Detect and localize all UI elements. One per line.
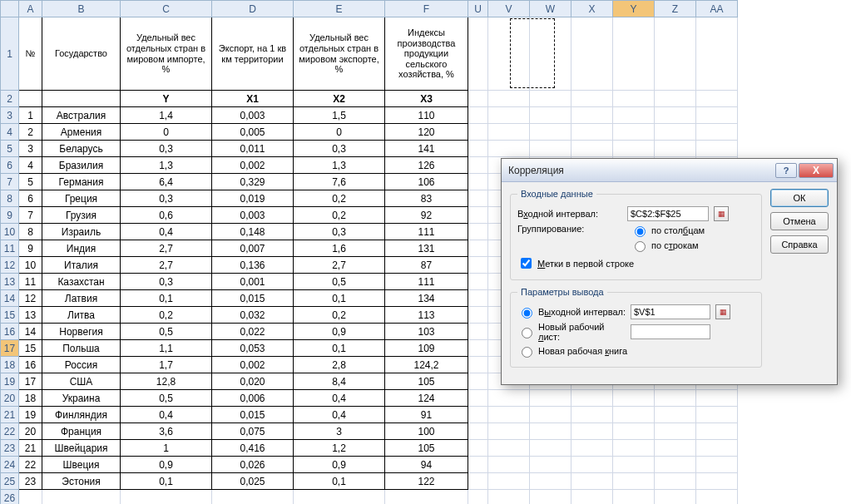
data-cell[interactable]: 0 xyxy=(121,124,212,141)
cell[interactable] xyxy=(530,457,571,473)
data-cell[interactable]: 0,2 xyxy=(294,307,385,324)
data-cell[interactable]: 0,1 xyxy=(121,473,212,490)
cell[interactable] xyxy=(613,124,655,141)
cell[interactable] xyxy=(530,107,571,124)
data-cell[interactable]: Германия xyxy=(42,174,121,190)
cell[interactable] xyxy=(468,324,488,340)
data-cell[interactable]: 12,8 xyxy=(121,373,212,390)
row-header-8[interactable]: 8 xyxy=(1,190,19,207)
cell[interactable] xyxy=(488,440,530,457)
cell[interactable] xyxy=(488,473,530,490)
data-cell[interactable]: 20 xyxy=(19,423,42,440)
column-header-AA[interactable]: AA xyxy=(696,1,738,17)
data-cell[interactable]: 0,4 xyxy=(121,224,212,240)
data-cell[interactable]: 21 xyxy=(19,440,42,457)
variable-label-cell[interactable]: X1 xyxy=(212,91,294,107)
output-range-radio[interactable]: Выходной интервал: xyxy=(517,305,626,319)
cell[interactable] xyxy=(42,490,121,505)
row-header-7[interactable]: 7 xyxy=(1,174,19,190)
ok-button[interactable]: ОК xyxy=(770,189,829,207)
cell[interactable] xyxy=(530,440,571,457)
data-cell[interactable]: 109 xyxy=(385,340,468,357)
data-cell[interactable]: 1,3 xyxy=(121,157,212,174)
cell[interactable] xyxy=(468,373,488,390)
data-cell[interactable]: 1,5 xyxy=(294,107,385,124)
data-cell[interactable]: 0,329 xyxy=(212,174,294,190)
cell[interactable] xyxy=(655,390,696,407)
help-icon[interactable]: ? xyxy=(775,163,797,178)
data-cell[interactable]: 105 xyxy=(385,440,468,457)
data-cell[interactable]: 0,006 xyxy=(212,390,294,407)
data-cell[interactable]: 141 xyxy=(385,141,468,157)
column-header-U[interactable]: U xyxy=(468,1,488,17)
cell[interactable] xyxy=(530,407,571,423)
data-cell[interactable]: 0,9 xyxy=(121,457,212,473)
data-cell[interactable]: 0,022 xyxy=(212,324,294,340)
data-cell[interactable]: 0,015 xyxy=(212,407,294,423)
data-cell[interactable]: 0,005 xyxy=(212,124,294,141)
cell[interactable] xyxy=(696,91,738,107)
cell[interactable] xyxy=(42,91,121,107)
data-cell[interactable]: Индия xyxy=(42,240,121,257)
data-cell[interactable]: 83 xyxy=(385,190,468,207)
data-cell[interactable]: 0,1 xyxy=(121,290,212,307)
row-header-22[interactable]: 22 xyxy=(1,423,19,440)
cell[interactable] xyxy=(696,490,738,505)
data-cell[interactable]: 15 xyxy=(19,340,42,357)
data-cell[interactable]: 122 xyxy=(385,473,468,490)
data-cell[interactable]: 0,075 xyxy=(212,423,294,440)
data-cell[interactable]: 0,011 xyxy=(212,141,294,157)
table-header-cell[interactable]: Удельный вес отдельных стран в мировом э… xyxy=(294,17,385,91)
data-cell[interactable]: 12 xyxy=(19,290,42,307)
row-header-25[interactable]: 25 xyxy=(1,473,19,490)
data-cell[interactable]: Бразилия xyxy=(42,157,121,174)
data-cell[interactable]: 0,9 xyxy=(294,324,385,340)
cell[interactable] xyxy=(696,423,738,440)
cell[interactable] xyxy=(468,124,488,141)
cell[interactable] xyxy=(696,390,738,407)
cell[interactable] xyxy=(530,473,571,490)
cell[interactable] xyxy=(696,124,738,141)
cell[interactable] xyxy=(613,440,655,457)
data-cell[interactable]: 0,3 xyxy=(121,141,212,157)
data-cell[interactable]: 0,003 xyxy=(212,107,294,124)
data-cell[interactable]: 5 xyxy=(19,174,42,190)
cell[interactable] xyxy=(468,357,488,373)
cell[interactable] xyxy=(655,124,696,141)
data-cell[interactable]: 1,4 xyxy=(121,107,212,124)
cell[interactable] xyxy=(212,490,294,505)
data-cell[interactable]: Польша xyxy=(42,340,121,357)
data-cell[interactable]: 134 xyxy=(385,290,468,307)
data-cell[interactable]: 103 xyxy=(385,324,468,340)
cell[interactable] xyxy=(468,290,488,307)
cell[interactable] xyxy=(571,107,613,124)
data-cell[interactable]: 124 xyxy=(385,390,468,407)
cell[interactable] xyxy=(19,490,42,505)
data-cell[interactable]: Швейцария xyxy=(42,440,121,457)
data-cell[interactable]: 0,2 xyxy=(294,207,385,224)
cell[interactable] xyxy=(468,141,488,157)
data-cell[interactable]: 14 xyxy=(19,324,42,340)
cell[interactable] xyxy=(696,407,738,423)
data-cell[interactable]: 2,7 xyxy=(121,257,212,274)
cell[interactable] xyxy=(571,91,613,107)
data-cell[interactable]: 9 xyxy=(19,240,42,257)
data-cell[interactable]: 7,6 xyxy=(294,174,385,190)
data-cell[interactable]: 0,5 xyxy=(294,274,385,290)
data-cell[interactable]: 0,003 xyxy=(212,207,294,224)
cell[interactable] xyxy=(468,307,488,324)
cancel-button[interactable]: Отмена xyxy=(770,212,829,230)
row-header-24[interactable]: 24 xyxy=(1,457,19,473)
data-cell[interactable]: 0,3 xyxy=(121,274,212,290)
data-cell[interactable]: Израиль xyxy=(42,224,121,240)
row-header-17[interactable]: 17 xyxy=(1,340,19,357)
help-button[interactable]: Справка xyxy=(770,235,829,254)
data-cell[interactable]: 0,032 xyxy=(212,307,294,324)
data-cell[interactable]: 22 xyxy=(19,457,42,473)
cell[interactable] xyxy=(468,473,488,490)
column-header-Y[interactable]: Y xyxy=(613,1,655,17)
cell[interactable] xyxy=(655,91,696,107)
output-range-field[interactable] xyxy=(631,304,710,319)
data-cell[interactable]: 0,002 xyxy=(212,357,294,373)
cell[interactable] xyxy=(530,124,571,141)
